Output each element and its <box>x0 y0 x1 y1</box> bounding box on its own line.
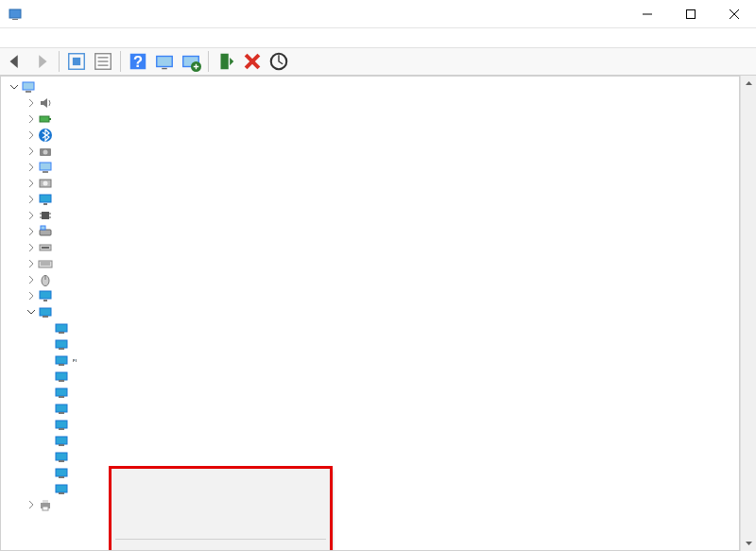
tree-item-monitors[interactable] <box>5 287 739 303</box>
menu-view[interactable] <box>40 36 55 40</box>
menu-action[interactable] <box>23 36 38 40</box>
tree-item-hid[interactable] <box>5 223 739 239</box>
tree-item-mice[interactable] <box>5 271 739 287</box>
expand-icon[interactable] <box>24 289 37 302</box>
svg-rect-22 <box>23 82 34 90</box>
svg-rect-49 <box>40 291 51 299</box>
tree-item-network[interactable] <box>5 303 739 319</box>
tree-item-display[interactable] <box>5 191 739 207</box>
vertical-scrollbar[interactable] <box>740 76 756 551</box>
net-device[interactable] <box>5 384 739 400</box>
scroll-track[interactable] <box>741 92 756 535</box>
ide-icon <box>38 240 53 255</box>
expand-icon[interactable] <box>24 193 37 206</box>
expand-icon[interactable] <box>24 273 37 286</box>
net-device[interactable] <box>5 400 739 416</box>
net-device[interactable] <box>5 319 739 336</box>
menu-file[interactable] <box>6 36 21 40</box>
ctx-update-driver[interactable] <box>113 471 328 492</box>
tree-item-bluetooth[interactable] <box>5 127 739 143</box>
display-icon <box>38 192 53 207</box>
expand-icon[interactable] <box>24 257 37 270</box>
ctx-uninstall-device[interactable] <box>113 514 328 536</box>
tree-item-audio[interactable] <box>5 95 739 111</box>
svg-rect-72 <box>59 476 64 478</box>
svg-rect-23 <box>26 91 31 93</box>
svg-rect-51 <box>40 308 51 316</box>
tree-item-disk[interactable] <box>5 175 739 191</box>
svg-rect-61 <box>56 388 67 396</box>
back-button[interactable] <box>4 50 26 73</box>
svg-rect-63 <box>56 405 67 412</box>
expand-icon[interactable] <box>24 161 37 174</box>
svg-rect-59 <box>56 372 67 380</box>
net-device[interactable] <box>5 432 739 448</box>
mouse-icon <box>38 272 53 287</box>
svg-rect-76 <box>43 500 48 503</box>
svg-rect-40 <box>40 230 51 235</box>
uninstall-device-button[interactable] <box>241 50 264 73</box>
expand-icon[interactable] <box>24 498 37 511</box>
expand-icon[interactable] <box>24 96 37 110</box>
collapse-icon[interactable] <box>24 305 37 319</box>
scroll-up-button[interactable] <box>741 76 756 92</box>
expand-icon[interactable] <box>24 241 37 254</box>
net-device[interactable] <box>5 448 739 464</box>
net-device-selected[interactable] <box>5 352 739 368</box>
expand-icon[interactable] <box>24 209 37 222</box>
minimize-button[interactable] <box>626 0 669 28</box>
svg-rect-50 <box>43 300 47 301</box>
computer-icon <box>21 79 36 95</box>
scroll-down-button[interactable] <box>741 535 756 551</box>
menu-help[interactable] <box>57 36 72 40</box>
expand-icon[interactable] <box>24 225 37 238</box>
svg-rect-70 <box>59 460 64 462</box>
svg-rect-29 <box>40 163 51 170</box>
svg-rect-35 <box>42 212 49 219</box>
expand-icon[interactable] <box>24 112 37 126</box>
enable-device-button[interactable] <box>215 50 237 73</box>
maximize-button[interactable] <box>669 0 713 28</box>
ctx-disable-device[interactable] <box>113 492 328 514</box>
net-device[interactable] <box>5 368 739 384</box>
svg-point-32 <box>43 181 48 185</box>
close-button[interactable] <box>713 0 756 28</box>
help-button[interactable]: ? <box>127 50 149 73</box>
forward-button[interactable] <box>30 50 53 73</box>
svg-rect-54 <box>59 332 64 334</box>
svg-rect-7 <box>73 58 80 65</box>
expand-icon[interactable] <box>24 177 37 190</box>
tree-item-computer[interactable] <box>5 159 739 175</box>
scan-hardware-changes-button[interactable] <box>267 50 290 73</box>
device-tree[interactable] <box>1 77 739 512</box>
net-device[interactable] <box>5 336 739 352</box>
expand-icon[interactable] <box>24 129 37 142</box>
update-driver-toolbar-button[interactable] <box>180 50 202 73</box>
show-hidden-button[interactable] <box>65 50 88 73</box>
network-adapter-icon <box>54 465 69 480</box>
tree-root[interactable] <box>5 78 739 95</box>
network-adapter-icon <box>54 385 69 400</box>
scan-button[interactable] <box>153 50 176 73</box>
tree-item-firmware[interactable] <box>5 207 739 223</box>
app-icon <box>8 7 23 22</box>
tree-item-batteries[interactable] <box>5 111 739 127</box>
disk-icon <box>38 176 53 191</box>
svg-rect-24 <box>40 116 49 122</box>
network-adapter-icon <box>54 417 69 432</box>
collapse-icon[interactable] <box>7 80 20 94</box>
tree-item-cameras[interactable] <box>5 143 739 159</box>
expand-icon[interactable] <box>24 145 37 158</box>
monitor-icon <box>38 288 53 303</box>
ctx-scan-hardware[interactable] <box>113 542 328 551</box>
tree-item-ide[interactable] <box>5 239 739 255</box>
svg-rect-62 <box>59 396 64 398</box>
net-device[interactable] <box>5 416 739 432</box>
camera-icon <box>38 144 53 159</box>
tree-item-keyboards[interactable] <box>5 255 739 271</box>
properties-toolbar-button[interactable] <box>92 50 114 73</box>
svg-rect-15 <box>162 68 167 69</box>
network-adapter-icon <box>54 320 69 336</box>
svg-rect-65 <box>56 421 67 428</box>
svg-rect-30 <box>43 171 48 173</box>
